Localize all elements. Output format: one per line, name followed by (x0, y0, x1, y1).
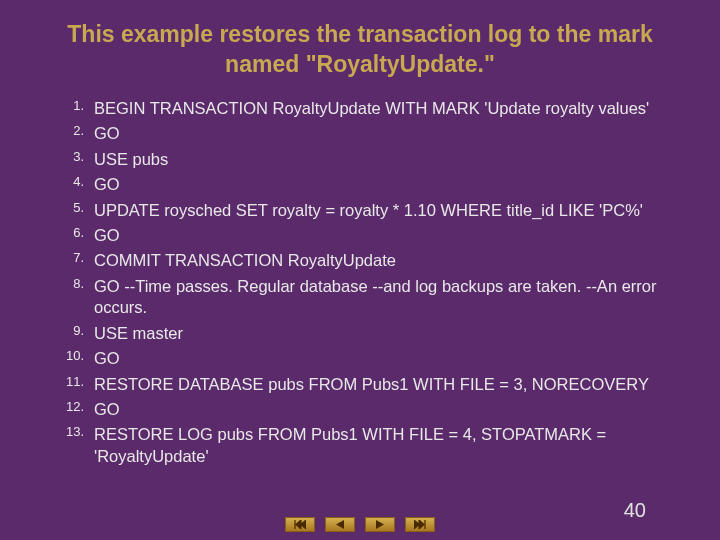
list-item: GO (78, 174, 690, 195)
prev-icon (334, 520, 346, 529)
list-item: GO (78, 399, 690, 420)
list-item: GO --Time passes. Regular database --and… (78, 276, 690, 319)
list-item: USE pubs (78, 149, 690, 170)
list-item: RESTORE LOG pubs FROM Pubs1 WITH FILE = … (78, 424, 690, 467)
nav-next-button[interactable] (365, 517, 395, 532)
slide-title: This example restores the transaction lo… (30, 20, 690, 80)
nav-last-button[interactable] (405, 517, 435, 532)
last-icon (414, 520, 426, 529)
list-item: COMMIT TRANSACTION RoyaltyUpdate (78, 250, 690, 271)
nav-prev-button[interactable] (325, 517, 355, 532)
list-item: GO (78, 123, 690, 144)
first-icon (294, 520, 306, 529)
list-item: BEGIN TRANSACTION RoyaltyUpdate WITH MAR… (78, 98, 690, 119)
page-number: 40 (624, 499, 646, 522)
nav-first-button[interactable] (285, 517, 315, 532)
list-item: USE master (78, 323, 690, 344)
nav-button-group (285, 517, 435, 532)
slide-content: This example restores the transaction lo… (0, 0, 720, 467)
numbered-list: BEGIN TRANSACTION RoyaltyUpdate WITH MAR… (30, 98, 690, 468)
list-item: UPDATE roysched SET royalty = royalty * … (78, 200, 690, 221)
list-item: RESTORE DATABASE pubs FROM Pubs1 WITH FI… (78, 374, 690, 395)
list-item: GO (78, 348, 690, 369)
next-icon (374, 520, 386, 529)
list-item: GO (78, 225, 690, 246)
